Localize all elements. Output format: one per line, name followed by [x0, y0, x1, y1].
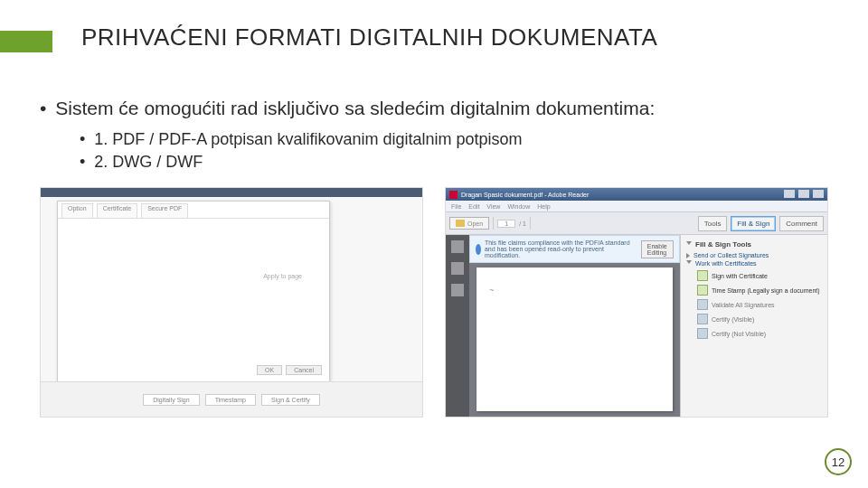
menu-item[interactable]: File: [451, 203, 461, 210]
enable-editing-button[interactable]: Enable Editing: [641, 240, 674, 258]
minimize-button[interactable]: [784, 190, 795, 198]
maximize-button[interactable]: [798, 190, 809, 198]
ribbon-icon: [697, 328, 708, 339]
adobe-titlebar: Dragan Spasic dokument.pdf - Adobe Reade…: [446, 188, 827, 201]
adobe-body: This file claims compliance with the PDF…: [446, 235, 827, 417]
open-label: Open: [467, 221, 483, 227]
adobe-toolbar: Open 1 / 1 Tools Fill & Sign Comment: [446, 211, 827, 235]
certify-visible[interactable]: Certify (Visible): [686, 312, 822, 326]
menu-item[interactable]: Help: [537, 203, 550, 210]
chevron-down-icon: [686, 260, 692, 267]
certify-not-visible[interactable]: Certify (Not Visible): [686, 326, 822, 341]
bottom-btn[interactable]: Sign & Certify: [261, 394, 320, 406]
validate-signatures[interactable]: Validate All Signatures: [686, 297, 822, 312]
ribbon-icon: [697, 314, 708, 324]
item-label: Validate All Signatures: [712, 302, 775, 308]
signature-mark: ~: [489, 286, 494, 295]
check-icon: [697, 299, 708, 310]
sub-bullet-1: 1. PDF / PDF-A potpisan kvalifikovanim d…: [80, 128, 835, 151]
adobe-right-buttons: Tools Fill & Sign Comment: [696, 220, 824, 228]
item-label: Sign with Certificate: [712, 273, 768, 279]
folder-icon: [456, 220, 465, 227]
slide-page-number: 12: [825, 448, 852, 475]
work-cert-label: Work with Certificates: [695, 260, 757, 267]
close-button[interactable]: [813, 190, 824, 198]
chevron-right-icon: [686, 253, 690, 258]
left-tab[interactable]: Certificate: [97, 203, 138, 218]
left-titlebar: [41, 188, 422, 197]
window-controls: [782, 190, 824, 199]
adobe-icon: [449, 191, 458, 199]
page-count: / 1: [519, 221, 526, 227]
fill-sign-panel: Fill & Sign Tools Send or Collect Signat…: [680, 235, 827, 417]
chevron-down-icon: [686, 241, 692, 248]
sign-with-certificate[interactable]: Sign with Certificate: [686, 268, 822, 283]
panel-header-label: Fill & Sign Tools: [695, 240, 751, 249]
tools-button[interactable]: Tools: [698, 216, 728, 231]
bottom-btn[interactable]: Timestamp: [205, 394, 256, 406]
menu-item[interactable]: Edit: [468, 203, 479, 210]
left-dialog-body: Apply to page: [58, 219, 329, 365]
adobe-nav-sidebar: [446, 235, 469, 417]
left-mid-label: Apply to page: [263, 273, 302, 279]
bottom-btn[interactable]: Digitally Sign: [143, 394, 199, 406]
info-icon: [476, 244, 481, 255]
pdfa-info-bar: This file claims compliance with the PDF…: [469, 235, 680, 263]
pen-icon: [697, 270, 708, 281]
screenshot-row: Option Certificate Secure PDF Apply to p…: [40, 187, 828, 418]
cancel-button[interactable]: Cancel: [286, 365, 322, 375]
clock-icon: [697, 285, 708, 296]
adobe-menu: File Edit View Window Help: [446, 201, 827, 211]
left-tab[interactable]: Option: [61, 203, 93, 218]
pdfa-info-text: This file claims compliance with the PDF…: [485, 239, 634, 258]
accent-bar: [0, 31, 52, 52]
bookmarks-icon[interactable]: [451, 262, 464, 275]
left-bottom-toolbar: Digitally Sign Timestamp Sign & Certify: [41, 381, 422, 417]
ok-button[interactable]: OK: [257, 365, 282, 375]
time-stamp-item[interactable]: Time Stamp (Legally sign a document): [686, 283, 822, 297]
item-label: Certify (Visible): [712, 316, 754, 323]
main-bullet: Sistem će omogućiti rad isključivo sa sl…: [40, 98, 835, 174]
comment-button[interactable]: Comment: [779, 216, 824, 231]
panel-header: Fill & Sign Tools: [686, 240, 822, 249]
sub-bullet-2: 2. DWG / DWF: [80, 151, 835, 174]
open-button[interactable]: Open: [449, 217, 489, 230]
screenshot-left: Option Certificate Secure PDF Apply to p…: [40, 187, 423, 418]
collect-label: Send or Collect Signatures: [693, 252, 769, 258]
adobe-main-view: This file claims compliance with the PDF…: [469, 235, 680, 417]
adobe-window-title: Dragan Spasic dokument.pdf - Adobe Reade…: [461, 192, 589, 198]
main-bullet-text: Sistem će omogućiti rad isključivo sa sl…: [55, 98, 655, 118]
fill-sign-button[interactable]: Fill & Sign: [731, 216, 776, 231]
slide-title: PRIHVAĆENI FORMATI DIGITALNIH DOKUMENATA: [81, 23, 657, 52]
menu-item[interactable]: Window: [507, 203, 530, 210]
collect-signatures-row[interactable]: Send or Collect Signatures: [686, 252, 822, 258]
content-area: Sistem će omogućiti rad isključivo sa sl…: [40, 98, 835, 181]
menu-item[interactable]: View: [486, 203, 500, 210]
left-tab[interactable]: Secure PDF: [141, 203, 188, 218]
item-label: Time Stamp (Legally sign a document): [712, 287, 820, 294]
page-number-input[interactable]: 1: [497, 220, 515, 228]
item-label: Certify (Not Visible): [712, 331, 766, 337]
left-dialog-buttons: OK Cancel: [257, 365, 322, 375]
document-page: ~: [476, 267, 673, 411]
left-dialog-tabs: Option Certificate Secure PDF: [58, 202, 329, 219]
attachments-icon[interactable]: [451, 284, 464, 296]
left-dialog: Option Certificate Secure PDF Apply to p…: [57, 201, 330, 383]
screenshot-adobe: Dragan Spasic dokument.pdf - Adobe Reade…: [445, 187, 828, 418]
work-certificates-row[interactable]: Work with Certificates: [686, 260, 822, 267]
thumbnails-icon[interactable]: [451, 240, 464, 253]
